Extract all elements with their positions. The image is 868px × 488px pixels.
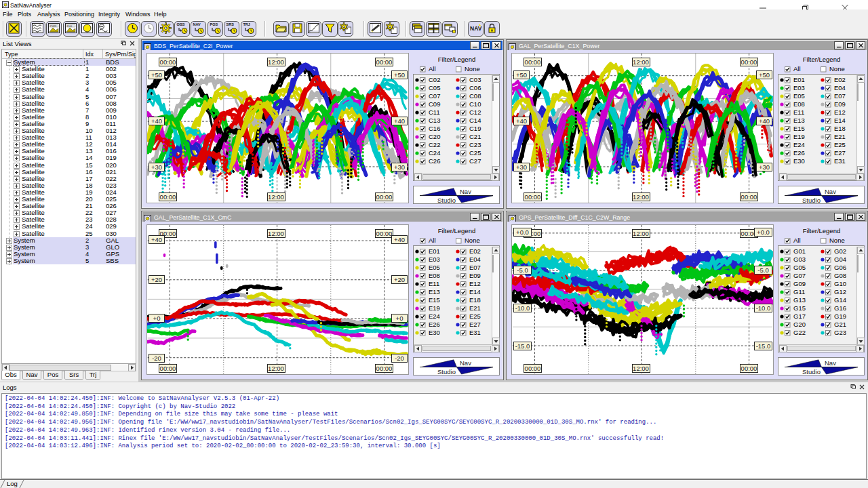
svg-text:PWR: PWR	[50, 24, 56, 28]
svg-text:Studio: Studio	[437, 368, 456, 375]
svg-text:Studio: Studio	[802, 368, 821, 375]
svg-text:NAV: NAV	[470, 25, 482, 32]
svg-text:TRJ: TRJ	[243, 22, 250, 26]
svg-text:Studio: Studio	[437, 197, 456, 204]
svg-text:Nav: Nav	[825, 188, 836, 195]
svg-text:FLE: FLE	[67, 24, 73, 28]
svg-text:Studio: Studio	[802, 197, 821, 204]
svg-text:Nav: Nav	[825, 359, 836, 367]
svg-text:SRS: SRS	[226, 22, 234, 26]
svg-text:NAV: NAV	[193, 22, 201, 26]
svg-text:Nav: Nav	[460, 188, 471, 195]
svg-text:Nav: Nav	[460, 359, 471, 367]
svg-text:POS: POS	[210, 22, 218, 26]
svg-text:OBS: OBS	[176, 22, 184, 26]
